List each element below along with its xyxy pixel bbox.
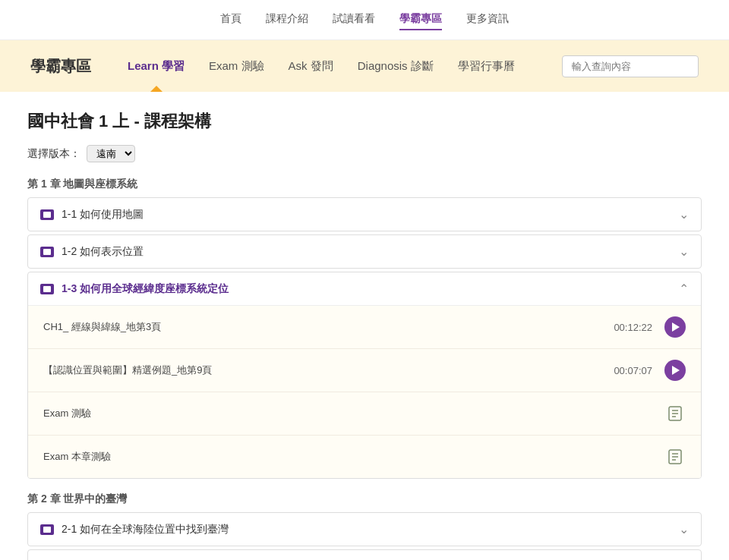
page-title: 國中社會 1 上 - 課程架構: [27, 110, 702, 133]
diagnosis-label: Diagnosis 診斷: [358, 59, 434, 74]
topnav-item-trial[interactable]: 試讀看看: [333, 9, 375, 30]
search-input[interactable]: [562, 55, 699, 77]
content-duration-video-1: 00:12:22: [614, 322, 652, 333]
lesson-row-2-2: 2-2 地理位置如何影響生活 ⌄: [27, 549, 702, 560]
lesson-icon-1-2: [40, 247, 54, 257]
sub-nav: 學霸專區 Learn 學習 Exam 測驗 Ask 發問 Diagnosis 診…: [0, 40, 729, 92]
lesson-icon-2-1: [40, 524, 54, 535]
chapter-2-title: 第 2 章 世界中的臺灣: [27, 492, 702, 506]
top-nav: 首頁 課程介紹 試讀看看 學霸專區 更多資訊: [0, 0, 729, 40]
exam-button-1[interactable]: [664, 403, 686, 424]
version-selector: 選擇版本： 遠南 康軒 翰林: [27, 145, 702, 162]
lesson-header-1-2[interactable]: 1-2 如何表示位置 ⌄: [28, 235, 701, 268]
content-title-exam-1: Exam 測驗: [43, 407, 652, 420]
content-row-exam-1: Exam 測驗: [28, 392, 701, 436]
chapter-1-title: 第 1 章 地圖與座標系統: [27, 178, 702, 191]
lesson-header-1-3[interactable]: 1-3 如何用全球經緯度座標系統定位 ⌃: [28, 272, 701, 305]
sub-nav-links: Learn 學習 Exam 測驗 Ask 發問 Diagnosis 診斷 學習行…: [115, 40, 562, 92]
lesson-title-2-1: 2-1 如何在全球海陸位置中找到臺灣: [62, 523, 229, 536]
main-content: 國中社會 1 上 - 課程架構 選擇版本： 遠南 康軒 翰林 第 1 章 地圖與…: [15, 92, 714, 560]
lesson-header-2-2[interactable]: 2-2 地理位置如何影響生活 ⌄: [28, 550, 701, 560]
subnav-ask[interactable]: Ask 發問: [276, 40, 346, 92]
version-label: 選擇版本：: [27, 147, 80, 161]
subnav-exam[interactable]: Exam 測驗: [197, 40, 276, 92]
lesson-content-1-3: CH1_ 經線與緯線_地第3頁 00:12:22 【認識位置與範圍】精選例題_地…: [28, 305, 701, 478]
topnav-item-course[interactable]: 課程介紹: [266, 9, 308, 30]
search-box: [562, 55, 699, 77]
chevron-1-3: ⌃: [679, 282, 689, 296]
lesson-header-2-1[interactable]: 2-1 如何在全球海陸位置中找到臺灣 ⌄: [28, 513, 701, 546]
subnav-learn[interactable]: Learn 學習: [115, 40, 197, 92]
lesson-title-1-2: 1-2 如何表示位置: [62, 245, 144, 259]
version-select[interactable]: 遠南 康軒 翰林: [87, 145, 135, 162]
lesson-row-1-3: 1-3 如何用全球經緯度座標系統定位 ⌃ CH1_ 經線與緯線_地第3頁 00:…: [27, 272, 702, 479]
chevron-2-1: ⌄: [679, 522, 689, 536]
play-button-2[interactable]: [664, 360, 686, 381]
learn-label: Learn 學習: [128, 59, 185, 74]
topnav-item-home[interactable]: 首頁: [220, 9, 241, 30]
subnav-diagnosis[interactable]: Diagnosis 診斷: [346, 40, 446, 92]
subnav-calendar[interactable]: 學習行事曆: [446, 40, 527, 92]
lesson-icon-1-1: [40, 209, 54, 220]
lesson-header-1-1[interactable]: 1-1 如何使用地圖 ⌄: [28, 198, 701, 231]
chevron-1-1: ⌄: [679, 207, 689, 222]
exam-label: Exam 測驗: [209, 59, 264, 74]
content-title-video-2: 【認識位置與範圍】精選例題_地第9頁: [43, 363, 614, 377]
lesson-row-2-1: 2-1 如何在全球海陸位置中找到臺灣 ⌄: [27, 512, 702, 546]
content-duration-video-2: 00:07:07: [614, 365, 652, 376]
lesson-row-1-1: 1-1 如何使用地圖 ⌄: [27, 197, 702, 231]
content-title-exam-2: Exam 本章測驗: [43, 450, 652, 464]
lesson-title-1-1: 1-1 如何使用地圖: [62, 208, 144, 222]
content-row-exam-2: Exam 本章測驗: [28, 436, 701, 478]
exam-button-2[interactable]: [664, 446, 686, 467]
lesson-title-1-3: 1-3 如何用全球經緯度座標系統定位: [62, 282, 229, 296]
ask-label: Ask 發問: [289, 59, 333, 74]
lesson-icon-1-3: [40, 284, 54, 294]
content-title-video-1: CH1_ 經線與緯線_地第3頁: [43, 320, 614, 334]
topnav-item-expert[interactable]: 學霸專區: [399, 9, 442, 30]
calendar-label: 學習行事曆: [458, 59, 515, 74]
play-button-1[interactable]: [664, 316, 686, 338]
chevron-1-2: ⌄: [679, 244, 689, 259]
topnav-item-more[interactable]: 更多資訊: [466, 9, 509, 30]
content-row-video-2: 【認識位置與範圍】精選例題_地第9頁 00:07:07: [28, 349, 701, 392]
content-row-video-1: CH1_ 經線與緯線_地第3頁 00:12:22: [28, 306, 701, 349]
brand-label: 學霸專區: [30, 56, 91, 77]
lesson-row-1-2: 1-2 如何表示位置 ⌄: [27, 234, 702, 269]
